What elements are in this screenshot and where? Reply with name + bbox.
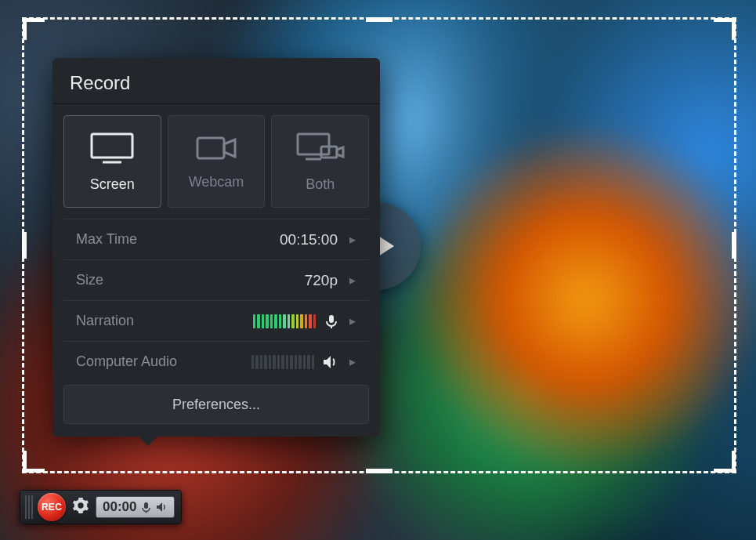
computer-audio-label: Computer Audio <box>76 353 251 370</box>
drag-grip[interactable] <box>25 495 33 519</box>
size-label: Size <box>76 272 305 288</box>
max-time-value: 00:15:00 <box>280 231 338 248</box>
screen-webcam-icon <box>295 131 346 165</box>
microphone-icon[interactable] <box>324 313 339 329</box>
monitor-icon <box>89 131 136 165</box>
settings-button[interactable] <box>71 497 91 517</box>
setting-max-time[interactable]: Max Time 00:15:00 ▸ <box>63 219 369 259</box>
elapsed-time: 00:00 <box>103 499 136 515</box>
size-value: 720p <box>305 272 338 289</box>
source-webcam-button[interactable]: Webcam <box>168 115 266 208</box>
resize-handle-left[interactable] <box>22 232 27 259</box>
svg-rect-3 <box>298 134 329 154</box>
resize-handle-right[interactable] <box>732 232 736 259</box>
resize-handle-bottom-right[interactable] <box>714 451 736 473</box>
source-webcam-label: Webcam <box>189 174 244 190</box>
svg-rect-10 <box>144 502 148 509</box>
chevron-right-icon: ▸ <box>345 354 360 369</box>
narration-label: Narration <box>76 313 253 329</box>
speaker-icon[interactable] <box>156 502 168 513</box>
recorder-toolbar[interactable]: REC 00:00 <box>20 490 182 524</box>
gear-icon <box>72 497 89 517</box>
source-selector: Screen Webcam <box>63 115 369 208</box>
webcam-icon <box>194 133 238 163</box>
chevron-right-icon: ▸ <box>345 273 360 288</box>
source-both-button[interactable]: Both <box>271 115 369 208</box>
resize-handle-top-left[interactable] <box>23 18 45 40</box>
setting-computer-audio[interactable]: Computer Audio ▸ <box>63 341 369 382</box>
source-screen-button[interactable]: Screen <box>63 115 161 208</box>
resize-handle-bottom[interactable] <box>366 469 392 473</box>
preferences-button[interactable]: Preferences... <box>63 385 369 424</box>
chevron-right-icon: ▸ <box>345 232 360 247</box>
svg-rect-2 <box>197 138 224 158</box>
resize-handle-top[interactable] <box>366 17 392 22</box>
computer-audio-level-meter <box>251 354 315 370</box>
elapsed-time-box: 00:00 <box>96 496 175 518</box>
record-panel: Record Screen Webcam <box>52 58 380 437</box>
source-screen-label: Screen <box>90 176 135 193</box>
preferences-label: Preferences... <box>172 397 260 413</box>
max-time-label: Max Time <box>76 231 280 248</box>
setting-size[interactable]: Size 720p ▸ <box>63 259 369 300</box>
source-both-label: Both <box>306 176 335 193</box>
panel-title: Record <box>52 58 380 104</box>
speaker-icon[interactable] <box>322 354 339 370</box>
microphone-icon[interactable] <box>141 502 151 513</box>
record-button-label: REC <box>42 502 62 513</box>
panel-pointer <box>139 437 157 446</box>
chevron-right-icon: ▸ <box>345 313 360 328</box>
resize-handle-bottom-left[interactable] <box>23 451 45 473</box>
resize-handle-top-right[interactable] <box>714 18 736 40</box>
narration-level-meter <box>253 313 317 329</box>
svg-rect-0 <box>92 134 132 158</box>
setting-narration[interactable]: Narration ▸ <box>63 300 369 341</box>
svg-rect-6 <box>329 315 334 323</box>
record-button[interactable]: REC <box>38 493 66 521</box>
